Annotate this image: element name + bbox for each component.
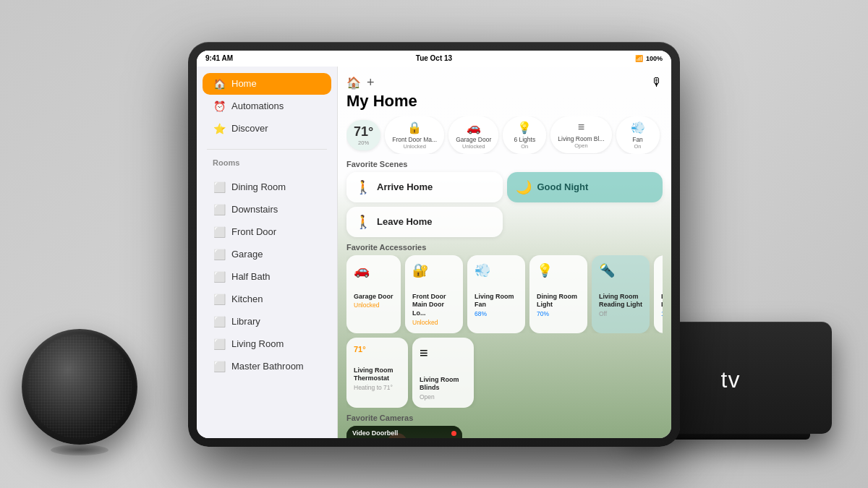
automations-icon: ⏰: [213, 100, 226, 112]
homepod-mini: [22, 329, 137, 445]
library-icon: ⬜: [213, 316, 226, 328]
sidebar-item-front-door[interactable]: ⬜ Front Door: [203, 221, 331, 243]
status-bar: 9:41 AM Tue Oct 13 📶 100%: [197, 51, 671, 67]
reading-light-status: Off: [599, 310, 642, 317]
sidebar-automations-label: Automations: [231, 100, 284, 111]
cameras-section: Favorite Cameras Video Doorbell: [346, 414, 663, 437]
sidebar-item-dining-room[interactable]: ⬜ Dining Room: [203, 176, 331, 198]
sidebar-half-bath-label: Half Bath: [231, 271, 270, 282]
kitchen-icon: ⬜: [213, 294, 226, 305]
garage-door-icon: 🚗: [354, 262, 393, 278]
thermostat-status: Heating to 71°: [354, 384, 401, 391]
living-room-lamp-status: 100%: [661, 310, 663, 317]
temp-value: 71°: [354, 124, 373, 140]
main-content: 🏠 + 🎙 My Home 71° 20% 🔒: [338, 51, 671, 438]
sidebar: 🏠 Home ⏰ Automations ⭐ Discover Rooms: [197, 51, 338, 438]
sidebar-item-downstairs[interactable]: ⬜ Downstairs: [203, 199, 331, 221]
sidebar-item-master-bathroom[interactable]: ⬜ Master Bathroom: [203, 356, 331, 377]
status-time: 9:41 AM: [205, 54, 233, 62]
sidebar-garage-label: Garage: [231, 249, 263, 260]
front-door-pill-icon: 🔒: [407, 121, 422, 134]
camera-video-doorbell[interactable]: Video Doorbell: [346, 426, 462, 437]
acc-dining-room-light[interactable]: 💡 Dining Room Light 70%: [529, 255, 587, 333]
main-scrollable: 🏠 + 🎙 My Home 71° 20% 🔒: [338, 67, 671, 438]
garage-pill-icon: 🚗: [467, 121, 481, 134]
blinds-name: Living Room Blinds: [420, 376, 467, 393]
blinds-icon: ≡: [420, 345, 467, 361]
add-button[interactable]: +: [367, 75, 375, 90]
living-room-fan-status: 68%: [475, 310, 518, 317]
garage-pill-label: Garage Door: [456, 136, 491, 143]
status-date: Tue Oct 13: [416, 54, 452, 62]
acc-blinds[interactable]: ≡ Living Room Blinds Open: [412, 338, 474, 408]
apple-tv-label: tv: [721, 367, 741, 393]
temp-sub: 20%: [358, 140, 369, 146]
sidebar-dining-room-label: Dining Room: [231, 181, 286, 192]
sidebar-nav: 🏠 Home ⏰ Automations ⭐ Discover: [197, 67, 337, 146]
quick-status-row: 71° 20% 🔒 Front Door Ma... Unlocked 🚗 Ga…: [346, 116, 663, 154]
cameras-section-title: Favorite Cameras: [346, 414, 663, 422]
scene-leave-home[interactable]: 🚶 Leave Home: [346, 207, 503, 237]
acc-front-door[interactable]: 🔐 Front Door Main Door Lo... Unlocked: [405, 255, 463, 333]
acc-living-room-lamp[interactable]: 💡 Living Room Lamp 100%: [654, 255, 663, 333]
dining-room-light-name: Dining Room Light: [537, 293, 580, 309]
homepod-mesh: [27, 335, 132, 439]
lights-pill-label: 6 Lights: [514, 136, 535, 143]
camera-recording-dot: [451, 431, 456, 436]
acc-garage-door[interactable]: 🚗 Garage Door Unlocked: [346, 255, 401, 333]
sidebar-item-garage[interactable]: ⬜ Garage: [203, 244, 331, 265]
sidebar-item-library[interactable]: ⬜ Library: [203, 311, 331, 333]
home-icon: 🏠: [213, 78, 226, 90]
front-door-lock-icon: 🔐: [412, 262, 456, 278]
acc-thermostat[interactable]: 71° Living Room Thermostat Heating to 71…: [346, 338, 408, 408]
rooms-list: ⬜ Dining Room ⬜ Downstairs ⬜ Front Door …: [197, 170, 337, 384]
sidebar-library-label: Library: [231, 316, 260, 327]
arrive-home-icon: 🚶: [355, 179, 371, 195]
front-door-name: Front Door Main Door Lo...: [412, 293, 456, 318]
accessories-row2: 71° Living Room Thermostat Heating to 71…: [346, 338, 663, 408]
leave-home-label: Leave Home: [377, 216, 433, 227]
good-night-icon: 🌙: [516, 179, 532, 195]
scenes-section-title: Favorite Scenes: [346, 160, 663, 168]
sidebar-item-automations[interactable]: ⏰ Automations: [203, 95, 331, 117]
half-bath-icon: ⬜: [213, 271, 226, 283]
front-door-pill[interactable]: 🔒 Front Door Ma... Unlocked: [385, 116, 444, 154]
sidebar-item-half-bath[interactable]: ⬜ Half Bath: [203, 266, 331, 288]
lights-pill-status: On: [521, 143, 528, 150]
living-room-fan-icon: 💨: [475, 262, 518, 278]
acc-reading-light[interactable]: 🔦 Living Room Reading Light Off: [592, 255, 650, 333]
good-night-label: Good Night: [537, 181, 589, 192]
sidebar-item-home[interactable]: 🏠 Home: [203, 73, 331, 95]
living-room-icon: ⬜: [213, 338, 226, 350]
garage-pill[interactable]: 🚗 Garage Door Unlocked: [448, 116, 498, 154]
lights-pill[interactable]: 💡 6 Lights On: [503, 116, 546, 154]
scene-arrive-home[interactable]: 🚶 Arrive Home: [346, 172, 503, 202]
sidebar-discover-label: Discover: [231, 123, 268, 134]
wifi-icon: 📶: [635, 55, 643, 62]
temperature-pill[interactable]: 71° 20%: [346, 120, 380, 150]
home-header-left: 🏠 +: [346, 75, 375, 90]
sidebar-item-discover[interactable]: ⭐ Discover: [203, 118, 331, 140]
living-room-fan-name: Living Room Fan: [475, 293, 518, 309]
sidebar-item-living-room[interactable]: ⬜ Living Room: [203, 333, 331, 355]
sidebar-item-kitchen[interactable]: ⬜ Kitchen: [203, 288, 331, 310]
garage-door-name: Garage Door: [354, 293, 393, 301]
dining-room-light-status: 70%: [537, 310, 580, 317]
dining-room-icon: ⬜: [213, 181, 226, 193]
blinds-pill[interactable]: ≡ Living Room Bl... Open: [550, 116, 611, 153]
camera-name: Video Doorbell: [352, 429, 398, 437]
reading-light-name: Living Room Reading Light: [599, 293, 642, 309]
accessories-row1: 🚗 Garage Door Unlocked 🔐 Front Door Main…: [346, 255, 663, 333]
front-door-pill-label: Front Door Ma...: [392, 136, 437, 143]
leave-home-icon: 🚶: [355, 214, 371, 230]
blinds-status: Open: [420, 393, 467, 401]
fan-pill[interactable]: 💨 Fan On: [616, 116, 660, 154]
scene-good-night[interactable]: 🌙 Good Night: [507, 172, 663, 202]
arrive-home-label: Arrive Home: [377, 181, 433, 192]
acc-living-room-fan[interactable]: 💨 Living Room Fan 68%: [467, 255, 525, 333]
mic-icon[interactable]: 🎙: [651, 76, 663, 89]
fan-pill-label: Fan: [632, 136, 643, 143]
blinds-pill-icon: ≡: [578, 121, 584, 134]
sidebar-master-bath-label: Master Bathroom: [231, 361, 304, 372]
living-room-lamp-icon: 💡: [661, 262, 663, 278]
